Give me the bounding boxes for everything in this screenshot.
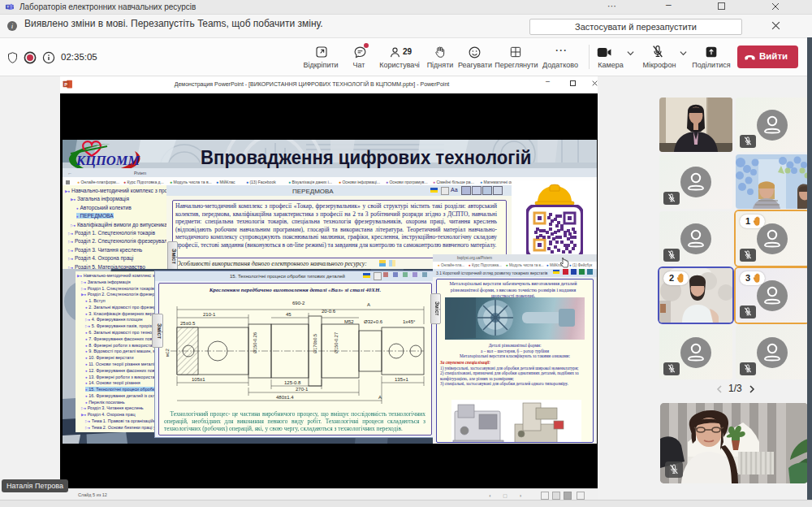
svg-text:135+1: 135+1 [395, 377, 409, 382]
svg-text:м12: м12 [165, 349, 170, 357]
svg-text:45: 45 [286, 312, 292, 317]
svg-text:КЦПОММ: КЦПОММ [76, 153, 140, 168]
svg-text:Ø32+0.6: Ø32+0.6 [364, 319, 383, 324]
svg-text:125-0.8: 125-0.8 [284, 380, 301, 385]
svg-text:А: А [367, 302, 370, 307]
svg-text:210-1: 210-1 [203, 312, 216, 317]
svg-text:Ø150-0.26: Ø150-0.26 [253, 332, 257, 353]
svg-text:20-0.6: 20-0.6 [322, 309, 336, 314]
svg-text:270-1: 270-1 [296, 387, 309, 392]
svg-text:105±1: 105±1 [192, 377, 205, 382]
svg-text:480±1.4: 480±1.4 [276, 395, 294, 400]
svg-text:Ø150-0.27: Ø150-0.27 [334, 332, 339, 353]
svg-text:Ø170b0.5: Ø170b0.5 [313, 334, 317, 353]
svg-text:М52: М52 [344, 319, 354, 324]
svg-text:1x45°: 1x45° [403, 319, 416, 324]
svg-text:25±0.5: 25±0.5 [180, 321, 196, 326]
svg-text:А: А [378, 395, 382, 400]
svg-text:690-2: 690-2 [292, 301, 305, 306]
